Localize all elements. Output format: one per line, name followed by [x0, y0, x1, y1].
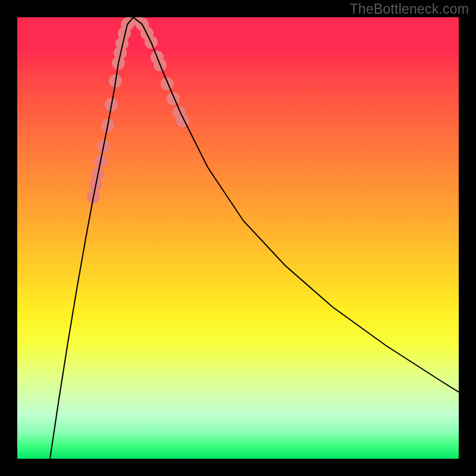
markers-group	[87, 17, 189, 203]
chart-svg	[17, 17, 459, 459]
curve-marker	[161, 77, 174, 90]
watermark-text: TheBottleneck.com	[350, 1, 469, 17]
chart-plot-area	[17, 17, 459, 459]
